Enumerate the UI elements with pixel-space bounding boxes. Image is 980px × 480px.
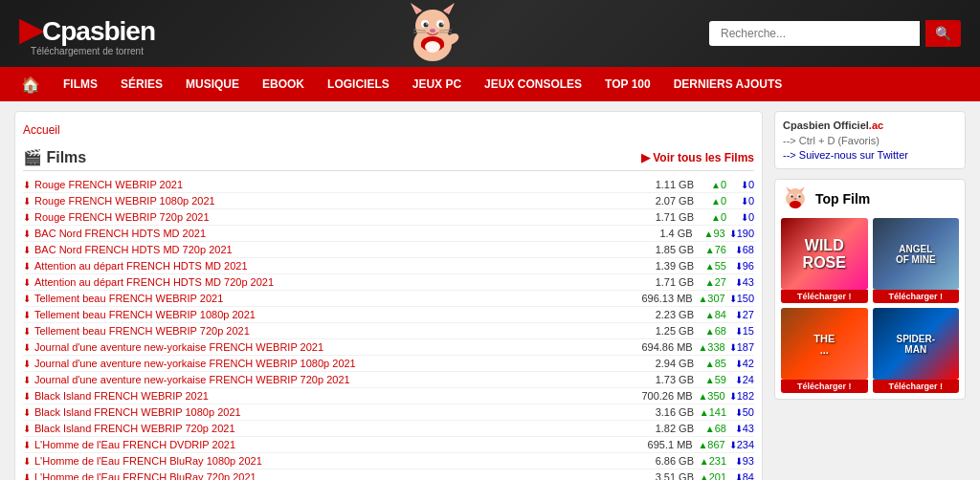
svg-point-32	[790, 201, 801, 208]
film-size: 2.07 GB	[627, 195, 694, 207]
nav-jeux-pc[interactable]: JEUX PC	[401, 67, 473, 101]
sidebar-official-box: Cpasbien Officiel.ac --> Ctrl + D (Favor…	[774, 111, 966, 169]
table-row: ⬇ Rouge FRENCH WEBRIP 2021 1.11 GB ▲0 ⬇0	[23, 177, 754, 193]
download-icon: ⬇	[23, 391, 31, 402]
top-film-card-3[interactable]: THE... Télécharger !	[781, 308, 868, 393]
table-row: ⬇ Attention au départ FRENCH HDTS MD 720…	[23, 274, 754, 291]
film-title-link[interactable]: Tellement beau FRENCH WEBRIP 720p 2021	[34, 325, 619, 337]
download-icon: ⬇	[23, 375, 31, 385]
film-title-link[interactable]: Attention au départ FRENCH HDTS MD 2021	[34, 260, 619, 272]
film-size: 1.85 GB	[627, 244, 694, 255]
download-icon: ⬇	[23, 440, 31, 450]
film-title-link[interactable]: Rouge FRENCH WEBRIP 720p 2021	[34, 211, 619, 223]
film-size: 1.11 GB	[627, 179, 694, 190]
download-icon: ⬇	[23, 196, 31, 207]
stat-up: ▲350	[697, 390, 725, 402]
voir-tous-films[interactable]: Voir tous les Films	[641, 151, 754, 164]
film-size: 3.51 GB	[627, 471, 694, 480]
mascot	[394, 0, 471, 67]
sidebar-twitter-link[interactable]: --> Suivez-nous sur Twitter	[783, 149, 957, 161]
nav-derniers-ajouts[interactable]: DERNIERS AJOUTS	[662, 67, 794, 101]
sidebar-ctrl-d: --> Ctrl + D (Favoris)	[783, 135, 957, 146]
download-icon: ⬇	[23, 359, 31, 369]
download-icon: ⬇	[23, 294, 31, 304]
stat-down: ⬇187	[729, 341, 754, 353]
logo-tagline: Téléchargement de torrent	[19, 46, 155, 56]
film-list: ⬇ Rouge FRENCH WEBRIP 2021 1.11 GB ▲0 ⬇0…	[23, 177, 754, 480]
telecharger-btn-3[interactable]: Télécharger !	[781, 380, 868, 393]
stat-up: ▲85	[698, 358, 726, 369]
film-title-link[interactable]: Attention au départ FRENCH HDTS MD 720p …	[34, 276, 619, 288]
download-icon: ⬇	[23, 456, 31, 467]
film-poster-4: SPIDER-MAN	[873, 308, 960, 380]
nav-top100[interactable]: TOP 100	[593, 67, 662, 101]
film-size: 694.86 MB	[626, 341, 693, 353]
search-input[interactable]	[709, 21, 920, 46]
film-title-link[interactable]: Rouge FRENCH WEBRIP 2021	[34, 179, 619, 190]
stat-down: ⬇234	[729, 439, 754, 450]
top-film-card-1[interactable]: WILDROSE Télécharger !	[781, 218, 868, 303]
film-size: 695.1 MB	[626, 439, 693, 450]
telecharger-btn-2[interactable]: Télécharger !	[873, 290, 960, 303]
stat-up: ▲0	[698, 211, 726, 223]
stat-up: ▲68	[698, 325, 726, 337]
search-button[interactable]: 🔍	[925, 20, 961, 47]
film-title-link[interactable]: Black Island FRENCH WEBRIP 720p 2021	[34, 423, 619, 434]
nav-logiciels[interactable]: LOGICIELS	[316, 67, 401, 101]
svg-point-9	[438, 23, 443, 28]
film-size: 1.82 GB	[627, 423, 694, 434]
table-row: ⬇ Black Island FRENCH WEBRIP 720p 2021 1…	[23, 421, 754, 437]
film-title-link[interactable]: L'Homme de l'Eau FRENCH BluRay 720p 2021	[34, 471, 619, 480]
film-title-link[interactable]: Black Island FRENCH WEBRIP 1080p 2021	[34, 406, 619, 418]
top-film-card-2[interactable]: ANGELOF MINE Télécharger !	[873, 218, 960, 303]
telecharger-btn-1[interactable]: Télécharger !	[781, 290, 868, 303]
svg-point-30	[798, 195, 800, 197]
sidebar-official-title: Cpasbien Officiel.ac	[783, 120, 957, 131]
film-size: 700.26 MB	[626, 390, 693, 402]
film-title-link[interactable]: L'Homme de l'Eau FRENCH BluRay 1080p 202…	[34, 455, 619, 467]
top-film-box: Top Film WILDROSE Télécharger ! ANGELOF …	[774, 179, 966, 400]
nav-films[interactable]: FILMS	[52, 67, 109, 101]
table-row: ⬇ L'Homme de l'Eau FRENCH DVDRIP 2021 69…	[23, 437, 754, 453]
stat-down: ⬇182	[729, 390, 754, 402]
film-title-link[interactable]: Journal d'une aventure new-yorkaise FREN…	[34, 358, 619, 369]
nav-series[interactable]: SÉRIES	[109, 67, 174, 101]
stat-up: ▲68	[698, 423, 726, 434]
logo-area: ▶Cpasbien Téléchargement de torrent	[19, 11, 155, 56]
film-title-link[interactable]: BAC Nord FRENCH HDTS MD 720p 2021	[34, 244, 619, 255]
breadcrumb[interactable]: Accueil	[23, 120, 754, 141]
stat-down: ⬇68	[730, 244, 754, 255]
film-size: 1.4 GB	[626, 228, 693, 239]
stat-down: ⬇24	[730, 374, 754, 385]
nav-musique[interactable]: MUSIQUE	[174, 67, 251, 101]
sidebar: Cpasbien Officiel.ac --> Ctrl + D (Favor…	[774, 111, 966, 480]
film-title-link[interactable]: Tellement beau FRENCH WEBRIP 1080p 2021	[34, 309, 619, 320]
film-title-link[interactable]: Journal d'une aventure new-yorkaise FREN…	[34, 374, 619, 385]
film-title-link[interactable]: Black Island FRENCH WEBRIP 2021	[34, 390, 618, 402]
top-film-card-4[interactable]: SPIDER-MAN Télécharger !	[873, 308, 960, 393]
stat-down: ⬇96	[730, 260, 754, 272]
download-icon: ⬇	[23, 407, 31, 418]
film-size: 2.23 GB	[627, 309, 694, 320]
svg-point-29	[791, 195, 792, 197]
film-title-link[interactable]: Rouge FRENCH WEBRIP 1080p 2021	[34, 195, 619, 207]
film-title-link[interactable]: Journal d'une aventure new-yorkaise FREN…	[34, 341, 618, 353]
nav-ebook[interactable]: EBOOK	[251, 67, 316, 101]
download-icon: ⬇	[23, 424, 31, 434]
header: ▶Cpasbien Téléchargement de torrent	[0, 0, 980, 67]
top-film-grid: WILDROSE Télécharger ! ANGELOF MINE Télé…	[781, 218, 959, 393]
film-title-link[interactable]: BAC Nord FRENCH HDTS MD 2021	[34, 228, 618, 239]
film-size: 1.73 GB	[627, 374, 694, 385]
telecharger-btn-4[interactable]: Télécharger !	[873, 380, 960, 393]
film-poster-2: ANGELOF MINE	[873, 218, 960, 290]
film-poster-3: THE...	[781, 308, 868, 380]
stat-down: ⬇84	[730, 471, 754, 480]
nav-home[interactable]: 🏠	[10, 67, 52, 101]
nav-jeux-consoles[interactable]: JEUX CONSOLES	[473, 67, 593, 101]
film-title-link[interactable]: L'Homme de l'Eau FRENCH DVDRIP 2021	[34, 439, 618, 450]
navbar: 🏠 FILMS SÉRIES MUSIQUE EBOOK LOGICIELS J…	[0, 67, 980, 101]
film-title-link[interactable]: Tellement beau FRENCH WEBRIP 2021	[34, 293, 618, 304]
table-row: ⬇ BAC Nord FRENCH HDTS MD 2021 1.4 GB ▲9…	[23, 226, 754, 242]
stat-down: ⬇27	[730, 309, 754, 320]
download-icon: ⬇	[23, 212, 31, 223]
